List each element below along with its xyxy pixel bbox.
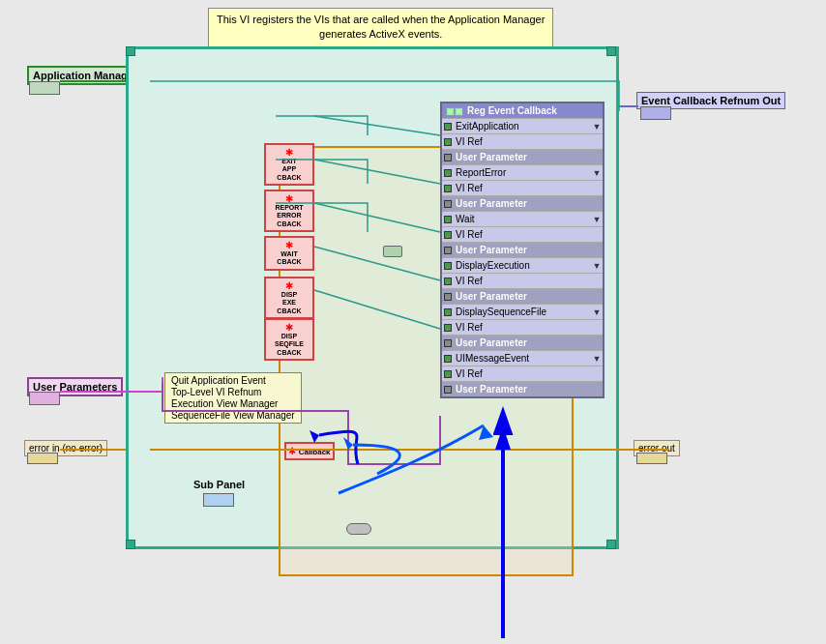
reg-row-vi-ref-3: VI Ref: [442, 226, 603, 242]
sub-panel-label: Sub Panel: [193, 479, 245, 490]
vi-block-exit: ✱ EXITAPPCBACK: [264, 143, 314, 186]
port-icon: [444, 216, 452, 223]
reg-row-vi-ref-2: VI Ref: [442, 180, 603, 195]
reg-row-vi-ref-5: VI Ref: [442, 319, 603, 335]
tooltip-text: This VI registers the VIs that are calle…: [217, 14, 545, 40]
star-icon: ✱: [285, 322, 293, 333]
port-icon: [444, 278, 452, 285]
sub-panel-connector: [203, 493, 234, 507]
port-icon: [444, 169, 452, 177]
reg-row-wait: Wait ▼: [442, 211, 603, 226]
reg-row-disp-exec: DisplayExecution ▼: [442, 257, 603, 273]
vi-block-disp-exe: ✱ DISPEXECBACK: [264, 277, 314, 319]
corner-tl: [126, 46, 135, 56]
port-icon: [444, 247, 452, 254]
reg-row-vi-ref-4: VI Ref: [442, 273, 603, 288]
port-icon: [444, 262, 452, 270]
user-params-connector: [29, 392, 60, 405]
reg-row-vi-ref-1: VI Ref: [442, 133, 603, 149]
port-icon: [444, 339, 452, 347]
cluster-row-toplevel: Top-Level VI Refnum: [171, 387, 295, 397]
reg-row-user-param-1: User Parameter: [442, 149, 603, 164]
reg-row-ui-msg: UIMessageEvent ▼: [442, 350, 603, 366]
star-icon: ✱: [285, 240, 293, 250]
reg-row-user-param-5: User Parameter: [442, 335, 603, 350]
port-icon: [444, 324, 452, 332]
reg-row-user-param-3: User Parameter: [442, 242, 603, 257]
vi-label: WAITCBACK: [277, 250, 301, 267]
tooltip-box: This VI registers the VIs that are calle…: [208, 8, 553, 47]
vi-block-wait: ✱ WAITCBACK: [264, 236, 314, 271]
port-icon: [444, 293, 452, 301]
port-icon: [444, 355, 452, 363]
app-manager-connector: [29, 81, 60, 95]
vi-label: REPORTERRORCBACK: [275, 204, 303, 228]
star-icon: ✱: [285, 280, 293, 291]
refnum-out-connector: [640, 106, 671, 120]
port-icon: [444, 386, 452, 394]
vi-label: DISPSEQFILECBACK: [275, 333, 304, 357]
reg-row-user-param-6: User Parameter: [442, 381, 603, 396]
corner-bl: [126, 540, 135, 549]
corner-tr: [606, 46, 616, 56]
port-icon: [444, 138, 452, 146]
vi-block-report: ✱ REPORTERRORCBACK: [264, 190, 314, 232]
reg-row-exit-app: ExitApplication ▼: [442, 118, 603, 133]
vi-block-disp-seq: ✱ DISPSEQFILECBACK: [264, 318, 314, 361]
cluster-row-execution: Execution View Manager: [171, 398, 295, 409]
vi-connector-small: [383, 246, 402, 257]
port-icon: [444, 231, 452, 239]
reg-row-user-param-4: User Parameter: [442, 288, 603, 304]
reg-row-report-error: ReportError ▼: [442, 164, 603, 180]
cluster-box: Quit Application Event Top-Level VI Refn…: [164, 372, 302, 424]
vi-label: EXITAPPCBACK: [277, 158, 301, 182]
error-out-connector: [636, 453, 667, 464]
reg-event-box: ▣▣ Reg Event Callback ExitApplication ▼ …: [440, 102, 605, 398]
reg-icon: ▣▣: [446, 106, 463, 116]
diagram-area: This VI registers the VIs that are calle…: [0, 0, 826, 644]
small-oval-connector: [346, 523, 371, 535]
cluster-row-quit: Quit Application Event: [171, 375, 295, 386]
port-icon: [444, 123, 452, 131]
port-icon: [444, 370, 452, 378]
callback-star: ✱: [288, 446, 296, 456]
star-icon: ✱: [285, 147, 293, 158]
reg-row-user-param-2: User Parameter: [442, 195, 603, 211]
callback-block: ✱ Callback: [284, 442, 335, 460]
port-icon: [444, 185, 452, 192]
corner-br: [606, 540, 616, 549]
reg-row-disp-seq: DisplaySequenceFile ▼: [442, 304, 603, 319]
star-icon: ✱: [285, 193, 293, 204]
vi-label: DISPEXECBACK: [277, 291, 301, 315]
error-in-connector: [27, 453, 58, 464]
port-icon: [444, 200, 452, 208]
port-icon: [444, 308, 452, 316]
reg-row-vi-ref-6: VI Ref: [442, 366, 603, 381]
cluster-row-seqfile: SequenceFile View Manager: [171, 410, 295, 421]
reg-event-title: ▣▣ Reg Event Callback: [442, 103, 603, 118]
port-icon: [444, 154, 452, 161]
